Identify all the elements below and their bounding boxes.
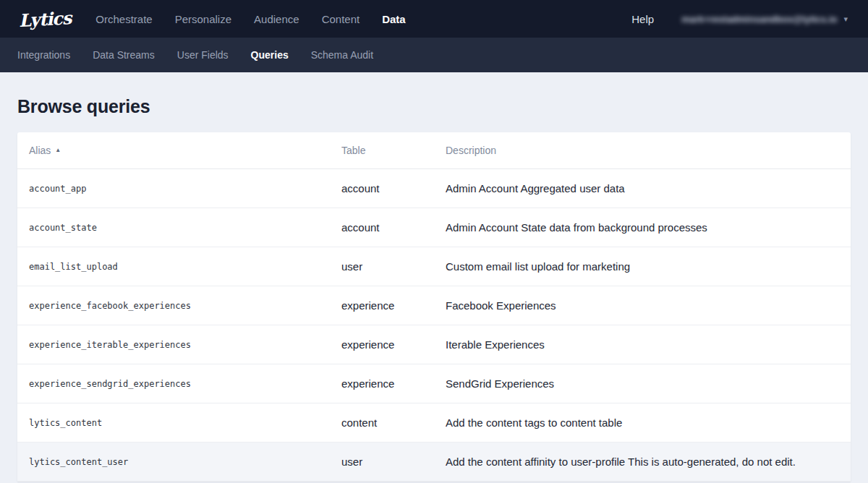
column-header-description[interactable]: Description bbox=[446, 145, 839, 156]
query-alias: email_list_upload bbox=[29, 262, 341, 272]
query-table: account bbox=[341, 182, 446, 195]
account-email-redacted: mark+restadminsandbox@lytics.io bbox=[681, 14, 837, 25]
topnav-item[interactable]: Content bbox=[322, 13, 360, 25]
table-row[interactable]: account_app account Admin Account Aggreg… bbox=[17, 169, 851, 208]
sort-ascending-icon: ▲ bbox=[55, 148, 61, 153]
data-sub-navigation: Integrations Data Streams User Fields Qu… bbox=[0, 38, 868, 72]
query-alias: account_app bbox=[29, 184, 341, 194]
subnav-item[interactable]: User Fields bbox=[177, 49, 229, 61]
topnav-item[interactable]: Personalize bbox=[175, 13, 231, 25]
table-row[interactable]: experience_facebook_experiences experien… bbox=[17, 286, 851, 325]
query-alias: lytics_content bbox=[29, 418, 341, 428]
topnav-right: Help mark+restadminsandbox@lytics.io ▾ bbox=[631, 13, 848, 25]
query-alias: lytics_content_user bbox=[29, 457, 341, 467]
help-link[interactable]: Help bbox=[631, 13, 654, 25]
account-menu[interactable]: mark+restadminsandbox@lytics.io ▾ bbox=[681, 14, 848, 25]
query-table: experience bbox=[341, 338, 446, 351]
subnav-item[interactable]: Queries bbox=[251, 49, 289, 61]
topnav-item[interactable]: Audience bbox=[254, 13, 299, 25]
column-header-description-label: Description bbox=[446, 145, 496, 156]
query-table: user bbox=[341, 456, 446, 468]
subnav-item[interactable]: Schema Audit bbox=[311, 49, 373, 61]
query-description: Iterable Experiences bbox=[446, 338, 839, 351]
column-header-table-label: Table bbox=[341, 145, 365, 156]
table-header-row: Alias ▲ Table Description bbox=[17, 132, 851, 169]
query-description: Admin Account State data from background… bbox=[446, 221, 839, 234]
table-row[interactable]: experience_sendgrid_experiences experien… bbox=[17, 364, 851, 403]
table-body: account_app account Admin Account Aggreg… bbox=[17, 169, 851, 482]
query-alias: account_state bbox=[29, 223, 341, 233]
query-description: Admin Account Aggregated user data bbox=[446, 182, 839, 195]
query-table: account bbox=[341, 221, 446, 234]
table-row[interactable]: email_list_upload user Custom email list… bbox=[17, 247, 851, 286]
column-header-alias-label: Alias bbox=[29, 145, 51, 156]
table-row[interactable]: lytics_content_user user Add the content… bbox=[17, 443, 851, 482]
column-header-table[interactable]: Table bbox=[341, 145, 446, 156]
main-content: Browse queries Alias ▲ Table Description… bbox=[0, 96, 868, 482]
table-row[interactable]: lytics_content content Add the content t… bbox=[17, 403, 851, 443]
query-alias: experience_sendgrid_experiences bbox=[29, 379, 341, 389]
column-header-alias[interactable]: Alias ▲ bbox=[29, 145, 341, 156]
query-alias: experience_iterable_experiences bbox=[29, 340, 341, 350]
query-table: experience bbox=[341, 377, 446, 390]
table-row[interactable]: account_state account Admin Account Stat… bbox=[17, 208, 851, 247]
query-description: SendGrid Experiences bbox=[446, 377, 839, 390]
chevron-down-icon: ▾ bbox=[843, 14, 848, 24]
query-alias: experience_facebook_experiences bbox=[29, 301, 341, 311]
subnav-item[interactable]: Data Streams bbox=[93, 49, 155, 61]
query-table: experience bbox=[341, 299, 446, 312]
query-description: Custom email list upload for marketing bbox=[446, 260, 839, 273]
table-row[interactable]: experience_iterable_experiences experien… bbox=[17, 325, 851, 364]
query-description: Add the content tags to content table bbox=[446, 416, 839, 429]
subnav-item[interactable]: Integrations bbox=[17, 49, 70, 61]
query-description: Facebook Experiences bbox=[446, 299, 839, 312]
topnav-items: Orchestrate Personalize Audience Content… bbox=[95, 13, 405, 25]
page-title: Browse queries bbox=[17, 96, 851, 117]
topnav-item[interactable]: Orchestrate bbox=[95, 13, 152, 25]
query-description: Add the content affinity to user-profile… bbox=[446, 456, 839, 468]
queries-table-card: Alias ▲ Table Description account_app ac… bbox=[17, 132, 851, 482]
query-table: content bbox=[341, 416, 446, 429]
lytics-logo[interactable]: Lytics bbox=[18, 7, 72, 31]
top-navigation-bar: Lytics Orchestrate Personalize Audience … bbox=[0, 0, 868, 38]
query-table: user bbox=[341, 260, 446, 273]
topnav-item[interactable]: Data bbox=[382, 13, 406, 25]
